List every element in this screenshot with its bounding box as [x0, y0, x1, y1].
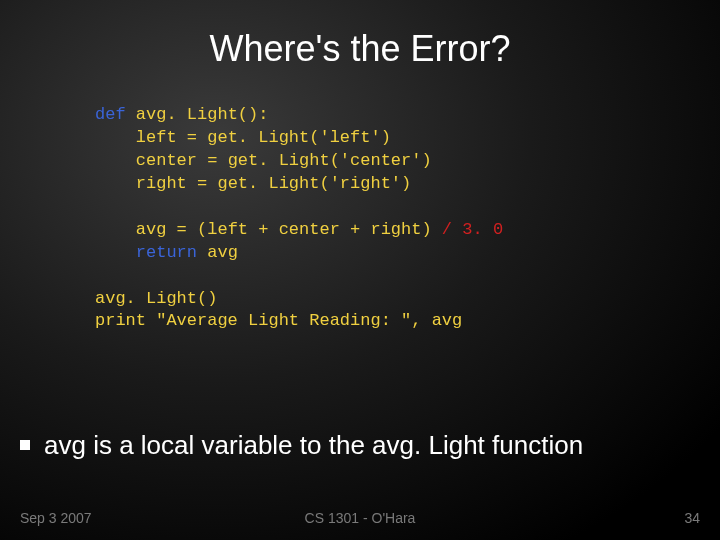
footer-course: CS 1301 - O'Hara — [305, 510, 416, 526]
bullet-point: avg is a local variable to the avg. Ligh… — [20, 430, 583, 461]
bullet-icon — [20, 440, 30, 450]
code-indent — [95, 128, 136, 147]
code-return-val: avg — [197, 243, 238, 262]
code-line-center: center = get. Light('center') — [136, 151, 432, 170]
kw-def: def — [95, 105, 126, 124]
code-indent — [95, 174, 136, 193]
code-line-call: avg. Light() — [95, 289, 217, 308]
slide-title: Where's the Error? — [0, 0, 720, 70]
code-indent — [95, 243, 136, 262]
code-line-print: print "Average Light Reading: ", avg — [95, 311, 462, 330]
code-indent — [95, 220, 136, 239]
code-fn-sig: avg. Light(): — [126, 105, 269, 124]
kw-return: return — [136, 243, 197, 262]
footer-date: Sep 3 2007 — [20, 510, 92, 526]
footer-page-number: 34 — [684, 510, 700, 526]
code-indent — [95, 151, 136, 170]
bullet-text: avg is a local variable to the avg. Ligh… — [44, 430, 583, 460]
code-line-right: right = get. Light('right') — [136, 174, 411, 193]
code-line-left: left = get. Light('left') — [136, 128, 391, 147]
code-line-avg-expr: avg = (left + center + right) — [136, 220, 432, 239]
code-block: def avg. Light(): left = get. Light('lef… — [95, 104, 720, 333]
code-line-avg-div: / 3. 0 — [432, 220, 503, 239]
